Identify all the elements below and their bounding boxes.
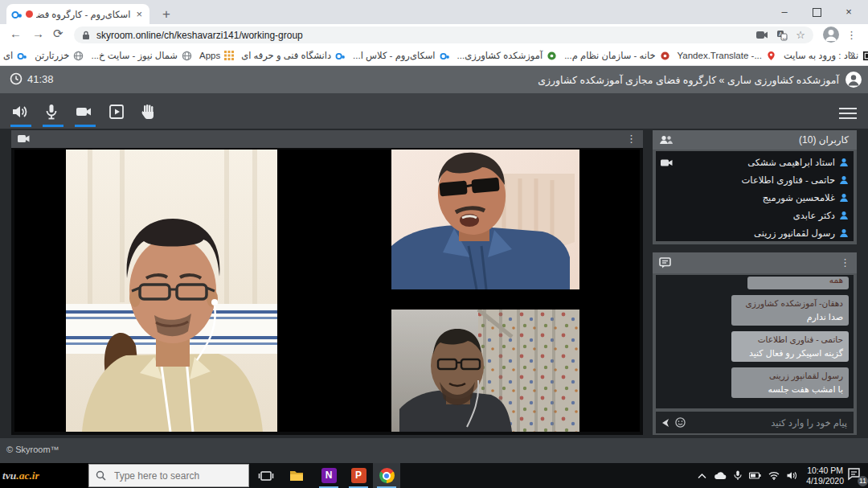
- user-row[interactable]: دکتر عابدی: [656, 207, 854, 224]
- bookmark-item[interactable]: خانه - سازمان نظام م...: [564, 50, 669, 61]
- bookmark-item[interactable]: Yandex.Translate -...: [678, 51, 776, 61]
- video-panel: ⋮: [11, 130, 643, 435]
- apps-shortcut[interactable]: Apps: [199, 51, 234, 60]
- bookmark-item[interactable]: ای: [3, 50, 27, 61]
- layout-menu-icon[interactable]: [839, 105, 857, 122]
- translate-icon[interactable]: Aت: [776, 30, 788, 41]
- skyroom-favicon-icon: [17, 51, 27, 61]
- user-icon: [839, 158, 849, 167]
- tab-close-icon[interactable]: ×: [133, 8, 145, 20]
- video-grid: [14, 150, 640, 432]
- onenote-button[interactable]: N: [315, 463, 342, 488]
- onenote-icon: N: [321, 468, 337, 483]
- bookmark-star-icon[interactable]: ☆: [796, 29, 805, 41]
- users-panel-header: کاربران (10): [653, 130, 857, 150]
- search-icon: [96, 470, 106, 481]
- chrome-button[interactable]: [373, 463, 400, 488]
- new-tab-button[interactable]: +: [158, 6, 175, 23]
- taskbar-clock[interactable]: 10:40 PM 4/19/2020: [806, 465, 844, 486]
- camera-permission-icon[interactable]: [756, 31, 768, 39]
- window-minimize-button[interactable]: –: [768, 0, 800, 24]
- chat-input[interactable]: [690, 417, 849, 429]
- raise-hand-button[interactable]: [138, 102, 161, 123]
- reload-icon[interactable]: ⟳: [53, 27, 63, 41]
- browser-profile-avatar[interactable]: [823, 27, 839, 43]
- volume-button[interactable]: [10, 102, 32, 123]
- user-row[interactable]: غلامحسین شورمیج: [656, 189, 854, 207]
- user-icon: [839, 228, 849, 238]
- bookmarks-overflow-chevron[interactable]: »: [850, 47, 855, 59]
- taskbar-time: 10:40 PM: [806, 465, 844, 476]
- user-name: غلامحسین شورمیج: [763, 192, 835, 203]
- chat-text: با امشب هفت جلسه: [737, 384, 843, 395]
- microphone-button[interactable]: [42, 102, 64, 123]
- screen: اسکای‌روم - کارگروه فضای مجا... × + – × …: [0, 0, 868, 488]
- apps-grid-icon: [224, 51, 234, 60]
- user-name: حاتمی - فناوری اطلاعات: [742, 174, 835, 186]
- url-text: skyroom.online/ch/keshavarzi141/working-…: [96, 30, 748, 41]
- forward-icon[interactable]: →: [32, 27, 44, 40]
- camera-button[interactable]: [74, 102, 96, 123]
- red-site-icon: [660, 51, 670, 61]
- browser-tab-strip: اسکای‌روم - کارگروه فضای مجا... × + – ×: [0, 0, 868, 24]
- browser-tab[interactable]: اسکای‌روم - کارگروه فضای مجا... ×: [6, 4, 149, 24]
- chat-panel: ⋮ همه دهقان- آموزشکده کشاورزی صدا ندارم …: [653, 252, 857, 435]
- media-player-button[interactable]: [107, 102, 129, 123]
- skyroom-favicon-icon: [440, 51, 450, 61]
- video-tile-2[interactable]: [391, 150, 579, 289]
- video-panel-header: ⋮: [11, 130, 643, 148]
- skyroom-favicon-icon: [335, 51, 346, 61]
- emoji-icon[interactable]: [675, 417, 686, 428]
- video-tile-3[interactable]: [391, 310, 579, 432]
- chat-sender: دهقان- آموزشکده کشاورزی: [737, 298, 843, 308]
- green-site-icon: [547, 51, 557, 61]
- taskbar-search-input[interactable]: [113, 470, 236, 482]
- volume-tray-icon[interactable]: [787, 471, 797, 480]
- browser-menu-icon[interactable]: ⋮: [846, 27, 857, 43]
- video-tile-1[interactable]: [66, 150, 277, 432]
- user-icon: [839, 175, 849, 185]
- chat-messages[interactable]: همه دهقان- آموزشکده کشاورزی صدا ندارم حا…: [656, 275, 854, 408]
- skyroom-favicon-icon: [11, 9, 23, 20]
- send-icon[interactable]: [661, 418, 670, 428]
- user-row[interactable]: حاتمی - فناوری اطلاعات: [656, 171, 854, 189]
- bookmark-item[interactable]: نماد : ورود به سایت: [784, 50, 868, 61]
- bookmark-item[interactable]: آموزشکده کشاورزی...: [457, 50, 558, 61]
- chat-panel-menu-icon[interactable]: ⋮: [840, 257, 850, 269]
- bookmark-item[interactable]: شمال نیوز - سایت خ...: [91, 50, 192, 61]
- chat-message: رسول لقمانپور زرینی با امشب هفت جلسه: [731, 367, 849, 398]
- powerpoint-button[interactable]: P: [345, 463, 372, 488]
- user-camera-on-icon: [661, 158, 673, 167]
- battery-icon[interactable]: [749, 472, 761, 479]
- user-row[interactable]: رسول لقمانپور زرینی: [656, 224, 854, 242]
- bookmark-item[interactable]: خزرتارتن: [35, 50, 84, 61]
- tray-chevron-icon[interactable]: [698, 473, 706, 479]
- address-bar[interactable]: skyroom.online/ch/keshavarzi141/working-…: [74, 27, 813, 43]
- window-close-button[interactable]: ×: [833, 0, 865, 24]
- video-panel-menu-icon[interactable]: ⋮: [626, 133, 637, 145]
- system-tray: [698, 463, 797, 488]
- back-icon[interactable]: ←: [10, 27, 22, 40]
- svg-text:ت: ت: [783, 35, 788, 39]
- bookmark-item[interactable]: اسکای‌روم - کلاس ا...: [353, 50, 449, 61]
- chat-input-bar: [656, 412, 854, 433]
- file-explorer-button[interactable]: [283, 463, 310, 488]
- microphone-tray-icon[interactable]: [734, 470, 742, 481]
- session-timer: 41:38: [27, 73, 54, 85]
- wifi-icon[interactable]: [768, 471, 780, 480]
- taskbar-search[interactable]: [88, 464, 249, 487]
- chat-sender: رسول لقمانپور زرینی: [737, 371, 843, 380]
- onedrive-icon[interactable]: [714, 471, 727, 480]
- room-title: آموزشکده کشاورزی ساری » کارگروه فضای مجا…: [538, 74, 839, 86]
- window-restore-button[interactable]: [800, 0, 833, 24]
- skyroom-copyright: © Skyroom™: [6, 445, 59, 454]
- bookmark-item[interactable]: دانشگاه فنی و حرفه ای: [241, 50, 346, 61]
- red-pin-icon: [766, 51, 776, 61]
- watermark-prefix: tvu: [2, 470, 16, 482]
- clock-icon: [10, 72, 23, 85]
- task-view-button[interactable]: [252, 463, 280, 488]
- globe-icon: [182, 51, 192, 61]
- user-row[interactable]: استاد ابراهیمی ششکی: [656, 154, 854, 171]
- chat-icon: [659, 257, 671, 269]
- action-center-button[interactable]: 11: [847, 467, 865, 485]
